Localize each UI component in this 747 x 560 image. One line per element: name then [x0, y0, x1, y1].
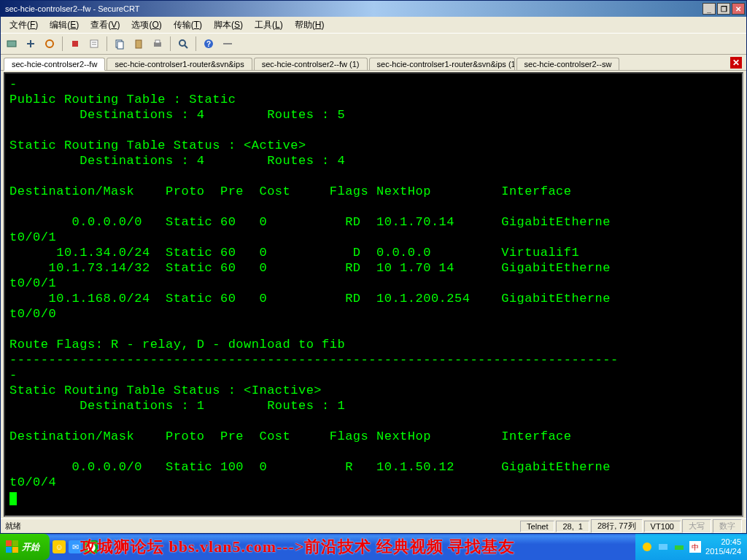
disconnect-button[interactable]	[67, 36, 83, 52]
help-button[interactable]: ?	[201, 36, 217, 52]
status-caps: 大写	[682, 519, 711, 533]
window-title: sec-hcie-controlser2--fw - SecureCRT	[2, 4, 701, 13]
close-button[interactable]: ✕	[732, 3, 745, 15]
menu-tools[interactable]: 工具(L)	[249, 18, 289, 33]
svg-point-1	[46, 40, 53, 47]
taskbar: 开始 ☺ ✉ ⬤ 中 20:45 2015/4/24	[0, 534, 747, 560]
status-protocol: Telnet	[520, 521, 554, 532]
tray-icon[interactable]	[673, 541, 685, 553]
tab-session-5[interactable]: sec-hcie-controlser2--sw	[516, 58, 620, 70]
toolbar-separator	[170, 36, 171, 51]
tab-session-2[interactable]: sec-hcie-controlser1-router&svn&ips	[107, 58, 252, 70]
paste-button[interactable]	[131, 36, 147, 52]
svg-text:?: ?	[206, 40, 211, 48]
menu-view[interactable]: 查看(V)	[85, 18, 125, 33]
status-termtype: VT100	[644, 521, 681, 532]
svg-rect-8	[136, 40, 142, 48]
start-label: 开始	[22, 541, 39, 553]
statusbar: 就绪 Telnet 28, 1 28行, 77列 VT100 大写 数字	[1, 518, 746, 533]
start-button[interactable]: 开始	[0, 534, 50, 560]
app-window: sec-hcie-controlser2--fw - SecureCRT _ ❐…	[0, 0, 747, 534]
close-all-tabs-button[interactable]: ✕	[730, 57, 742, 69]
taskbar-clock[interactable]: 20:45 2015/4/24	[705, 537, 741, 556]
quick-launch: ☺ ✉ ⬤	[53, 540, 98, 553]
copy-button[interactable]	[112, 36, 128, 52]
tab-session-4[interactable]: sec-hcie-controlser1-router&svn&ips (1)	[369, 58, 515, 70]
menu-transfer[interactable]: 传输(T)	[168, 18, 208, 33]
svg-point-20	[643, 542, 651, 551]
tab-session-1[interactable]: sec-hcie-controlser2--fw	[4, 58, 105, 71]
print-button[interactable]	[150, 36, 166, 52]
svg-rect-3	[90, 40, 98, 47]
tray-icon[interactable]	[657, 541, 669, 553]
svg-line-12	[185, 45, 187, 48]
titlebar[interactable]: sec-hcie-controlser2--fw - SecureCRT _ ❐…	[1, 1, 746, 17]
tab-session-3[interactable]: sec-hcie-controlser2--fw (1)	[254, 58, 368, 70]
menu-script[interactable]: 脚本(S)	[208, 18, 249, 33]
system-tray: 中 20:45 2015/4/24	[635, 534, 747, 560]
svg-rect-10	[155, 40, 160, 43]
reconnect-button[interactable]	[42, 36, 58, 52]
svg-rect-0	[7, 41, 16, 47]
find-button[interactable]	[175, 36, 191, 52]
svg-rect-22	[675, 545, 684, 550]
menu-edit[interactable]: 编辑(E)	[44, 18, 85, 33]
options-button[interactable]	[220, 36, 236, 52]
properties-button[interactable]	[86, 36, 102, 52]
tray-icon[interactable]: ⬤	[85, 540, 98, 553]
svg-rect-21	[659, 544, 667, 550]
restore-button[interactable]: ❐	[717, 3, 730, 15]
svg-rect-7	[117, 42, 123, 49]
tabbar: sec-hcie-controlser2--fw sec-hcie-contro…	[1, 55, 746, 71]
svg-rect-16	[6, 540, 12, 546]
toolbar-separator	[62, 36, 63, 51]
terminal-output[interactable]: - Public Routing Table : Static Destinat…	[4, 72, 743, 517]
tray-icon[interactable]	[641, 541, 653, 553]
tray-input-icon[interactable]: 中	[689, 541, 701, 553]
status-size: 28行, 77列	[591, 519, 643, 533]
connect-button[interactable]	[4, 36, 20, 52]
svg-point-11	[179, 40, 185, 46]
menu-options[interactable]: 选项(O)	[125, 18, 167, 33]
tray-icon[interactable]: ✉	[69, 540, 82, 553]
toolbar-separator	[196, 36, 196, 51]
clock-time: 20:45	[705, 537, 741, 547]
svg-rect-15	[223, 43, 232, 44]
clock-date: 2015/4/24	[705, 547, 741, 556]
svg-rect-17	[12, 540, 18, 546]
svg-rect-2	[72, 41, 78, 47]
menu-help[interactable]: 帮助(H)	[289, 18, 330, 33]
status-ready: 就绪	[5, 521, 21, 532]
toolbar: ?	[1, 33, 746, 55]
minimize-button[interactable]: _	[703, 3, 716, 15]
svg-rect-19	[12, 547, 18, 553]
tray-icon[interactable]: ☺	[53, 540, 66, 553]
status-cursor: 28, 1	[556, 521, 589, 532]
quick-connect-button[interactable]	[23, 36, 39, 52]
toolbar-separator	[107, 36, 107, 51]
status-num: 数字	[713, 519, 742, 533]
svg-rect-18	[6, 547, 12, 553]
svg-text:中: 中	[692, 543, 699, 551]
menu-file[interactable]: 文件(F)	[4, 18, 44, 33]
menubar: 文件(F) 编辑(E) 查看(V) 选项(O) 传输(T) 脚本(S) 工具(L…	[1, 17, 746, 33]
